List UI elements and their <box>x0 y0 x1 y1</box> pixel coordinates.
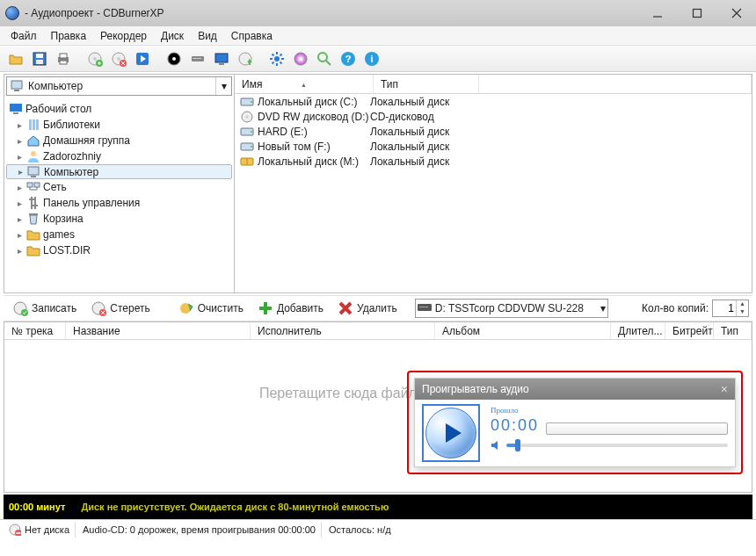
help-icon[interactable]: ? <box>338 48 359 69</box>
location-combo[interactable]: Компьютер ▾ <box>6 76 232 96</box>
col-blank <box>479 75 752 93</box>
delete-button[interactable]: Удалить <box>332 298 403 319</box>
svg-rect-42 <box>34 197 36 209</box>
tree-root[interactable]: Рабочий стол <box>6 101 232 117</box>
svg-point-15 <box>172 57 176 61</box>
col-type[interactable]: Тип <box>714 322 752 339</box>
maximize-button[interactable] <box>677 0 716 26</box>
audio-player-highlight: Проигрыватель аудио × Прошло 00:00 <box>407 371 743 474</box>
tree-item[interactable]: ▸Домашняя группа <box>6 133 232 148</box>
col-duration[interactable]: Длител... <box>611 322 665 339</box>
folder-tree[interactable]: Рабочий стол ▸Библиотеки▸Домашняя группа… <box>4 97 234 292</box>
expander-icon[interactable]: ▸ <box>15 214 24 224</box>
col-bitrate[interactable]: Битрейт <box>665 322 714 339</box>
copies-spinner[interactable]: ▲▼ <box>712 300 749 317</box>
tree-item[interactable]: ▸Сеть <box>6 179 232 195</box>
col-type[interactable]: Тип <box>374 75 479 93</box>
file-row[interactable]: HARD (E:)Локальный диск <box>235 124 752 139</box>
menu-help[interactable]: Справка <box>224 26 280 46</box>
plus-icon <box>258 300 273 316</box>
expander-icon[interactable]: ▸ <box>15 246 24 256</box>
folder-icon <box>26 243 40 257</box>
tree-item[interactable]: ▸games <box>6 227 232 242</box>
copies-down[interactable]: ▼ <box>737 308 748 316</box>
expander-icon[interactable]: ▸ <box>15 136 24 146</box>
minimize-button[interactable] <box>637 0 677 26</box>
hdd-icon <box>240 125 254 139</box>
copies-up[interactable]: ▲ <box>737 300 748 308</box>
drive-icon[interactable] <box>187 48 208 69</box>
elapsed-display: Прошло 00:00 <box>491 416 539 435</box>
tree-item[interactable]: ▸Компьютер <box>6 164 232 179</box>
svg-rect-29 <box>11 81 22 89</box>
col-trackno[interactable]: № трека <box>4 322 66 339</box>
menu-disc[interactable]: Диск <box>154 26 191 46</box>
play-icon[interactable] <box>132 48 153 69</box>
expander-icon[interactable]: ▸ <box>16 167 25 177</box>
player-close-icon[interactable]: × <box>721 382 728 396</box>
file-row[interactable]: Новый том (F:)Локальный диск <box>235 139 752 154</box>
expander-icon[interactable]: ▸ <box>15 199 24 208</box>
col-artist[interactable]: Исполнитель <box>251 322 435 339</box>
disc-burn-icon[interactable] <box>164 48 185 69</box>
tree-item-label: Библиотеки <box>43 119 100 131</box>
audio-player: Проигрыватель аудио × Прошло 00:00 <box>414 378 736 467</box>
tree-item-label: Zadorozhniy <box>43 150 101 162</box>
file-pane: ▲Имя Тип Локальный диск (C:)Локальный ди… <box>235 75 752 292</box>
tree-item[interactable]: ▸Zadorozhniy <box>6 148 232 164</box>
burn-icon <box>12 300 28 316</box>
disc-forbidden-icon <box>9 524 21 536</box>
col-name[interactable]: ▲Имя <box>235 75 374 93</box>
chevron-down-icon[interactable]: ▾ <box>215 77 231 95</box>
file-row[interactable]: DVD RW дисковод (D:)CD-дисковод <box>235 109 752 124</box>
burn-button[interactable]: Записать <box>7 298 82 319</box>
device-combo[interactable]: D: TSSTcorp CDDVDW SU-228 ▾ <box>415 299 608 318</box>
erase-icon <box>91 300 106 316</box>
disc-time: 00:00 минут <box>9 502 65 512</box>
expander-icon[interactable]: ▸ <box>15 230 24 240</box>
chevron-down-icon[interactable]: ▾ <box>600 302 606 314</box>
tree-item[interactable]: ▸Корзина <box>6 211 232 227</box>
disc-color-icon[interactable] <box>290 48 311 69</box>
info-icon[interactable]: i <box>361 48 382 69</box>
erase-button[interactable]: Стереть <box>85 298 155 319</box>
tree-item[interactable]: ▸LOST.DIR <box>6 242 232 258</box>
expander-icon[interactable]: ▸ <box>15 183 24 192</box>
file-row[interactable]: Локальный диск (M:)Локальный диск <box>235 154 752 169</box>
file-row[interactable]: Локальный диск (C:)Локальный диск <box>235 94 752 109</box>
print-icon[interactable] <box>53 48 74 69</box>
settings-icon[interactable] <box>266 48 287 69</box>
search-icon[interactable] <box>314 48 335 69</box>
clear-button[interactable]: Очистить <box>173 298 249 319</box>
close-button[interactable] <box>716 0 756 26</box>
open-icon[interactable] <box>5 48 26 69</box>
col-album[interactable]: Альбом <box>435 322 611 339</box>
disc-add-icon[interactable] <box>84 48 105 69</box>
x-icon <box>338 300 353 316</box>
tree-item[interactable]: ▸Библиотеки <box>6 117 232 133</box>
monitor-icon[interactable] <box>211 48 232 69</box>
menu-file[interactable]: Файл <box>4 26 44 46</box>
menu-recorder[interactable]: Рекордер <box>93 26 154 46</box>
col-title[interactable]: Название <box>66 322 251 339</box>
disc-up-icon[interactable] <box>235 48 256 69</box>
menu-view[interactable]: Вид <box>191 26 224 46</box>
track-list[interactable]: № трека Название Исполнитель Альбом Длит… <box>4 321 752 493</box>
copies-input[interactable] <box>713 301 736 315</box>
player-titlebar[interactable]: Проигрыватель аудио × <box>415 379 735 400</box>
file-list[interactable]: Локальный диск (C:)Локальный дискDVD RW … <box>235 94 752 292</box>
expander-icon[interactable]: ▸ <box>15 120 24 130</box>
save-icon[interactable] <box>29 48 50 69</box>
disc-remove-icon[interactable] <box>108 48 129 69</box>
tree-pane: Компьютер ▾ Рабочий стол ▸Библиотеки▸Дом… <box>4 75 235 292</box>
tree-item[interactable]: ▸Панель управления <box>6 195 232 211</box>
volume-slider[interactable] <box>506 444 728 447</box>
volume-icon <box>491 440 501 451</box>
svg-rect-18 <box>215 54 228 62</box>
progress-bar[interactable] <box>546 422 728 435</box>
hdd-icon <box>240 95 254 109</box>
menu-edit[interactable]: Правка <box>44 26 94 46</box>
play-button[interactable] <box>425 408 476 459</box>
add-button[interactable]: Добавить <box>252 298 329 319</box>
expander-icon[interactable]: ▸ <box>15 152 24 162</box>
